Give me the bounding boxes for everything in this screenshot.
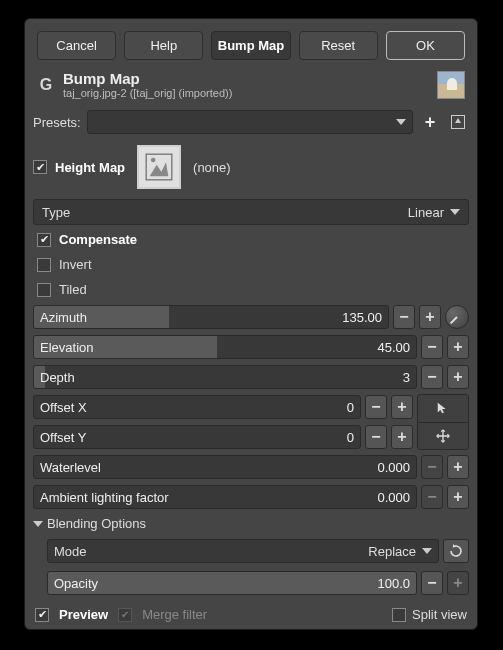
opacity-row: Opacity 100.0 − + [33,569,469,597]
offset-y-value: 0 [347,430,360,445]
invert-check-row[interactable]: Invert [33,254,469,275]
move-icon [418,422,468,450]
dialog-button-row: Cancel Help Bump Map Reset OK [25,19,477,70]
offset-pick-tool[interactable] [417,394,469,450]
waterlevel-value: 0.000 [377,460,416,475]
heightmap-label: Height Map [55,160,125,175]
ambient-slider[interactable]: Ambient lighting factor 0.000 [33,485,417,509]
offset-x-plus-button[interactable]: + [391,395,413,419]
opacity-minus-button[interactable]: − [421,571,443,595]
heightmap-checkbox[interactable] [33,160,47,174]
mode-row: Mode Replace [33,537,469,565]
expand-icon [33,521,43,527]
azimuth-value: 135.00 [342,310,388,325]
opacity-value: 100.0 [377,576,416,591]
opacity-slider[interactable]: Opacity 100.0 [47,571,417,595]
offset-x-row: Offset X 0 − + [33,394,413,420]
elevation-label: Elevation [34,340,93,355]
depth-minus-button[interactable]: − [421,365,443,389]
tiled-label: Tiled [59,282,87,297]
invert-checkbox[interactable] [37,258,51,272]
offset-y-minus-button[interactable]: − [365,425,387,449]
azimuth-slider[interactable]: Azimuth 135.00 [33,305,389,329]
depth-plus-button[interactable]: + [447,365,469,389]
compensate-checkbox[interactable] [37,233,51,247]
preset-save-button[interactable] [447,111,469,133]
chevron-down-icon [396,119,406,125]
waterlevel-slider[interactable]: Waterlevel 0.000 [33,455,417,479]
chevron-down-icon [450,209,460,215]
offset-y-slider[interactable]: Offset Y 0 [33,425,361,449]
offset-group: Offset X 0 − + Offset Y 0 − + [33,394,469,450]
waterlevel-minus-button[interactable]: − [421,455,443,479]
heightmap-row: Height Map (none) [33,139,469,195]
waterlevel-plus-button[interactable]: + [447,455,469,479]
chevron-down-icon [422,548,432,554]
elevation-row: Elevation 45.00 − + [33,334,469,360]
mode-reset-button[interactable] [443,539,469,563]
merge-label: Merge filter [142,607,207,622]
merge-checkbox[interactable]: ✔ [118,608,132,622]
azimuth-label: Azimuth [34,310,87,325]
svg-point-1 [151,158,156,163]
elevation-plus-button[interactable]: + [447,335,469,359]
offset-y-row: Offset Y 0 − + [33,424,413,450]
image-placeholder-icon [145,153,173,181]
reset-button[interactable]: Reset [299,31,378,60]
compensate-label: Compensate [59,232,137,247]
invert-label: Invert [59,257,92,272]
presets-combo[interactable] [87,110,413,134]
azimuth-plus-button[interactable]: + [419,305,441,329]
ambient-plus-button[interactable]: + [447,485,469,509]
elevation-minus-button[interactable]: − [421,335,443,359]
presets-label: Presets: [33,115,81,130]
offset-y-plus-button[interactable]: + [391,425,413,449]
preview-label: Preview [59,607,108,622]
ok-button[interactable]: OK [386,31,465,60]
image-thumbnail [437,71,465,99]
ambient-value: 0.000 [377,490,416,505]
dialog-subtitle: taj_orig.jpg-2 ([taj_orig] (imported)) [63,87,429,99]
offset-y-label: Offset Y [34,430,87,445]
split-view-checkbox[interactable] [392,608,406,622]
ambient-minus-button[interactable]: − [421,485,443,509]
compensate-check-row[interactable]: Compensate [33,229,469,250]
blending-header-label: Blending Options [47,516,146,531]
cancel-button[interactable]: Cancel [37,31,116,60]
help-button[interactable]: Help [124,31,203,60]
azimuth-dial[interactable] [445,305,469,329]
footer-row: Preview ✔ Merge filter Split view [33,603,469,622]
elevation-value: 45.00 [377,340,416,355]
waterlevel-label: Waterlevel [34,460,101,475]
bump-map-dialog: Cancel Help Bump Map Reset OK G Bump Map… [24,18,478,630]
depth-slider[interactable]: Depth 3 [33,365,417,389]
azimuth-minus-button[interactable]: − [393,305,415,329]
tiled-checkbox[interactable] [37,283,51,297]
cursor-pick-icon [418,395,468,422]
dialog-title: Bump Map [63,70,429,87]
depth-label: Depth [34,370,75,385]
ambient-row: Ambient lighting factor 0.000 − + [33,484,469,510]
gimp-icon: G [37,76,55,94]
split-view-label: Split view [412,607,467,622]
header-text: Bump Map taj_orig.jpg-2 ([taj_orig] (imp… [63,70,429,99]
heightmap-picker[interactable] [137,145,181,189]
preview-checkbox[interactable] [35,608,49,622]
heightmap-value: (none) [193,160,231,175]
depth-row: Depth 3 − + [33,364,469,390]
type-combo[interactable]: Type Linear [33,199,469,225]
opacity-plus-button[interactable]: + [447,571,469,595]
preset-add-button[interactable]: + [419,111,441,133]
tiled-check-row[interactable]: Tiled [33,279,469,300]
depth-value: 3 [403,370,416,385]
waterlevel-row: Waterlevel 0.000 − + [33,454,469,480]
offset-x-slider[interactable]: Offset X 0 [33,395,361,419]
offset-x-label: Offset X [34,400,87,415]
offset-x-minus-button[interactable]: − [365,395,387,419]
mode-combo[interactable]: Mode Replace [47,539,439,563]
ambient-label: Ambient lighting factor [34,490,169,505]
elevation-slider[interactable]: Elevation 45.00 [33,335,417,359]
blending-header[interactable]: Blending Options [33,514,469,533]
azimuth-row: Azimuth 135.00 − + [33,304,469,330]
dialog-header: G Bump Map taj_orig.jpg-2 ([taj_orig] (i… [25,70,477,105]
